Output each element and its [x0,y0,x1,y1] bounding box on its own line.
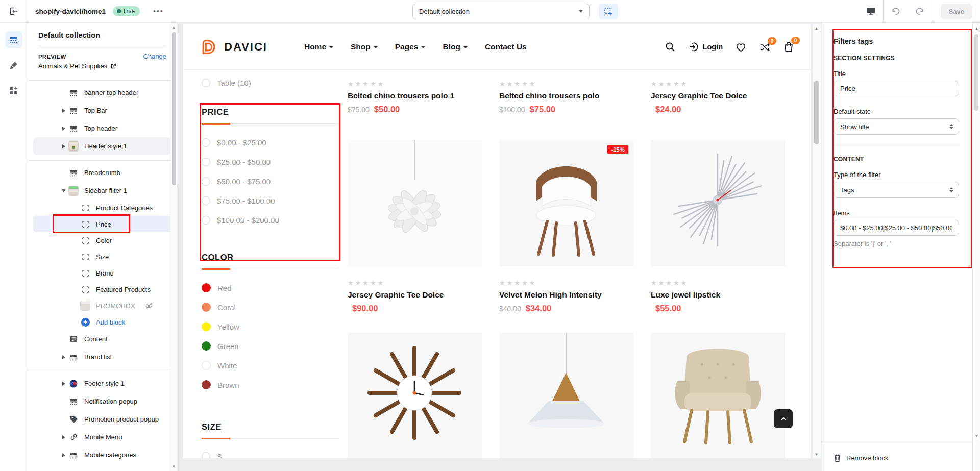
sidebar-item-content[interactable]: Content [28,330,177,348]
price-filter-option[interactable]: $0.00 - $25.00 [202,133,338,152]
chevron-down-icon[interactable] [62,189,66,192]
default-state-select[interactable]: Show title [834,118,959,135]
section-picker-button[interactable] [599,4,618,19]
color-filter-option[interactable]: Green [202,336,338,356]
scroll-down-arrow[interactable]: ▼ [172,464,176,469]
rail-theme-settings-tab[interactable] [5,57,22,74]
filter-type-select[interactable]: Tags [834,182,959,198]
chevron-right-icon[interactable] [62,355,65,359]
product-image-walnut-chair[interactable]: -15% [499,140,633,266]
product-name[interactable]: Belted chino trousers polo [499,91,633,101]
nav-contact-us[interactable]: Contact Us [485,42,527,52]
redo-button[interactable] [908,0,933,23]
sidebar-block-brand[interactable]: Brand [28,265,177,281]
sidebar-scrollbar[interactable]: ▲ ▼ [170,23,177,471]
size-filter-option[interactable]: S [202,447,338,458]
sidebar-block-promobox[interactable]: PROMOBOX [28,298,177,314]
title-input[interactable] [834,81,959,96]
compare-button[interactable]: 0 [759,42,771,53]
sidebar-block-price[interactable]: Price [33,216,172,232]
preview-scrollbar[interactable]: ▲ ▼ [813,24,821,458]
nav-blog[interactable]: Blog [443,42,467,52]
scroll-down-arrow[interactable]: ▼ [814,452,819,457]
hidden-eye-slash-icon[interactable] [145,302,153,310]
remove-block-button[interactable]: Remove block [822,444,972,471]
chevron-right-icon[interactable] [62,382,65,386]
product-image-silver-starburst-clock[interactable] [651,140,785,266]
device-preview-button[interactable] [859,0,883,23]
product-image-beige-armchair[interactable] [651,333,785,458]
scrollbar-thumb[interactable] [814,81,819,144]
store-logo[interactable]: DAVICI [200,37,267,57]
login-button[interactable]: Login [688,41,723,53]
price-filter-option[interactable]: $100.00 - $200.00 [202,210,338,230]
product-image-wooden-starburst-clock[interactable] [348,333,482,458]
sidebar-item-sidebar-filter-1[interactable]: Sidebar filter 1 [28,182,177,200]
scroll-to-top-button[interactable] [774,409,793,428]
save-button[interactable]: Save [941,4,972,19]
template-selector-dropdown[interactable]: Default collection [412,4,590,19]
sidebar-item-brand-list[interactable]: Brand list [28,348,177,366]
scroll-up-arrow[interactable]: ▲ [814,26,819,31]
sidebar-block-color[interactable]: Color [28,232,177,249]
product-name[interactable]: Jersey Graphic Tee Dolce [348,290,482,300]
sidebar-item-mobile-menu[interactable]: Mobile Menu [28,428,177,446]
product-name[interactable]: Velvet Melon High Intensity [499,290,633,300]
desktop-icon [866,6,876,16]
sidebar-item-notification-popup[interactable]: Notification popup [28,392,177,410]
sidebar-block-product-categories[interactable]: Product Categories [28,200,177,216]
chevron-right-icon[interactable] [62,144,65,148]
settings-scrollbar[interactable]: ▲ ▼ [972,23,980,471]
editor-topbar: shopify-davici/home1 Live ••• Default co… [0,0,980,23]
exit-editor-button[interactable] [0,0,28,23]
scroll-up-arrow[interactable]: ▲ [974,26,979,31]
chevron-right-icon[interactable] [62,435,65,439]
sidebar-block-size[interactable]: Size [28,249,177,265]
add-block-button[interactable]: + Add block [28,314,177,330]
items-input[interactable] [834,220,959,236]
nav-pages[interactable]: Pages [395,42,426,52]
color-filter-option[interactable]: Coral [202,298,338,317]
scroll-down-arrow[interactable]: ▼ [974,434,979,438]
scrollbar-thumb[interactable] [172,32,176,185]
category-filter-option[interactable]: Table (10) [202,73,338,92]
color-filter-option[interactable]: Red [202,278,338,298]
sidebar-item-top-header[interactable]: Top header [28,119,177,137]
nav-home[interactable]: Home [304,42,333,52]
section-icon [68,451,79,459]
color-filter-option[interactable]: Yellow [202,317,338,336]
sidebar-item-breadcrumb[interactable]: Breadcrumb [28,164,177,182]
sidebar-item-header-style-1[interactable]: Header style 1 [33,137,172,155]
preview-page-link[interactable]: Animals & Pet Supplies [38,62,107,70]
price-filter-option[interactable]: $75.00 - $100.00 [202,191,338,210]
scrollbar-thumb[interactable] [974,34,978,111]
product-name[interactable]: Belted chino trousers polo 1 [348,91,482,101]
price-filter-option[interactable]: $25.00 - $50.00 [202,152,338,171]
undo-button[interactable] [884,0,908,23]
sidebar-block-featured-products[interactable]: Featured Products [28,281,177,298]
chevron-right-icon[interactable] [62,453,65,457]
sidebar-item-top-bar[interactable]: Top Bar [28,102,177,119]
change-preview-link[interactable]: Change [143,53,166,60]
rail-app-embeds-tab[interactable] [5,82,22,100]
search-button[interactable] [665,41,676,53]
chevron-right-icon[interactable] [62,127,65,131]
product-name[interactable]: Jersey Graphic Tee Dolce [651,91,785,101]
scroll-up-arrow[interactable]: ▲ [172,25,176,30]
product-image-lotus-pendant-lamp[interactable] [348,140,482,266]
product-name[interactable]: Luxe jewel lipstick [651,290,785,300]
more-actions-menu[interactable]: ••• [153,7,164,15]
product-image-cone-pendant-lamp[interactable] [499,333,633,458]
chevron-right-icon[interactable] [62,109,65,113]
price-filter-option[interactable]: $50.00 - $75.00 [202,171,338,191]
sidebar-item-footer-style-1[interactable]: Footer style 1 [28,375,177,392]
sidebar-item-mobile-categories[interactable]: Mobile categories [28,446,177,464]
rail-sections-tab[interactable] [5,31,22,48]
cart-button[interactable]: 0 [783,41,794,53]
sidebar-item-promotion-product-popup[interactable]: Promotion product popup [28,410,177,428]
color-filter-option[interactable]: White [202,356,338,375]
wishlist-button[interactable] [735,42,747,53]
color-filter-option[interactable]: Brown [202,375,338,394]
sidebar-item-banner-top-header[interactable]: banner top header [28,84,177,102]
nav-shop[interactable]: Shop [351,42,378,52]
